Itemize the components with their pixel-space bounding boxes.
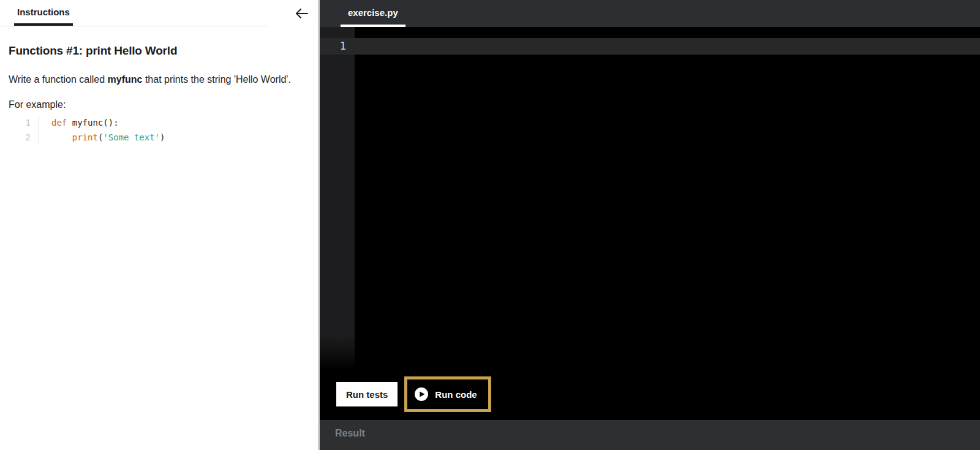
- example-code-block: 1 def myfunc(): 2 print('Some text'): [9, 115, 309, 145]
- code-text: def myfunc():: [51, 115, 119, 130]
- code-line-1: 1 def myfunc():: [9, 115, 309, 130]
- tab-instructions-label: Instructions: [17, 7, 70, 17]
- description-text: that prints the string 'Hello World'.: [142, 74, 290, 85]
- run-code-focus-ring: Run code: [404, 376, 491, 412]
- result-label: Result: [335, 428, 365, 439]
- tab-instructions[interactable]: Instructions: [14, 0, 73, 26]
- run-code-label: Run code: [435, 389, 477, 400]
- instructions-header: Instructions: [0, 0, 318, 26]
- code-line-2: 2 print('Some text'): [9, 130, 309, 145]
- code-editor[interactable]: 1 Run tests Run code: [320, 27, 980, 420]
- play-icon: [415, 387, 428, 401]
- code-string: 'Some text': [103, 132, 160, 142]
- code-text: print('Some text'): [51, 130, 165, 145]
- instructions-panel: Instructions Functions #1: print Hello W…: [0, 0, 318, 450]
- code-keyword: def: [51, 118, 67, 128]
- code-gutter-divider: [39, 115, 39, 130]
- code-line-number: 2: [9, 130, 31, 145]
- editor-tab-bar: exercise.py: [320, 0, 980, 27]
- exercise-title: Functions #1: print Hello World: [9, 44, 309, 58]
- editor-panel: exercise.py 1 Run tests Run code: [320, 0, 980, 450]
- description-bold-term: myfunc: [108, 74, 143, 85]
- code-plain: myfunc():: [67, 118, 118, 128]
- code-gutter-divider: [39, 130, 39, 145]
- code-keyword: print: [72, 132, 98, 142]
- tab-exercise-py[interactable]: exercise.py: [341, 0, 405, 27]
- collapse-area: [268, 0, 318, 26]
- collapse-panel-button[interactable]: [295, 8, 308, 19]
- example-label: For example:: [9, 99, 309, 110]
- editor-line-number: 1: [320, 38, 355, 55]
- editor-gutter: [320, 27, 355, 370]
- tab-exercise-py-label: exercise.py: [348, 7, 398, 18]
- active-line-highlight: [320, 38, 980, 55]
- instructions-tabs-strip: Instructions: [0, 0, 268, 26]
- editor-actions: Run tests Run code: [336, 376, 491, 412]
- run-tests-button[interactable]: Run tests: [336, 382, 398, 406]
- run-code-button[interactable]: Run code: [409, 381, 486, 407]
- code-plain: ): [160, 132, 165, 142]
- instructions-content: Functions #1: print Hello World Write a …: [0, 26, 318, 145]
- coding-exercise-app: Instructions Functions #1: print Hello W…: [0, 0, 980, 450]
- left-arrow-icon: [295, 8, 308, 19]
- exercise-description: Write a function called myfunc that prin…: [9, 71, 304, 88]
- code-indent: [51, 132, 72, 142]
- result-bar[interactable]: Result: [320, 420, 980, 450]
- code-line-number: 1: [9, 115, 31, 130]
- description-text: Write a function called: [9, 74, 108, 85]
